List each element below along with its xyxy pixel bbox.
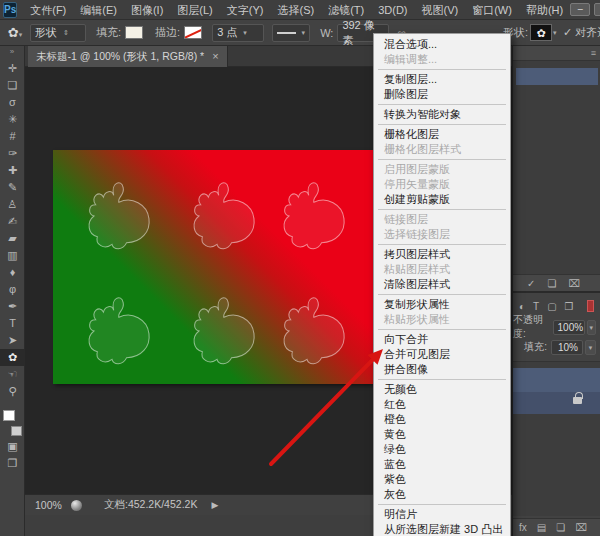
layer-filter-icon[interactable]: ❒	[565, 301, 574, 312]
fill-swatch[interactable]	[125, 26, 143, 39]
tool-button[interactable]: ▣	[0, 438, 25, 455]
context-menu-item[interactable]: 链接图层	[374, 212, 510, 227]
context-menu-item[interactable]	[378, 379, 506, 380]
context-menu-item[interactable]: 删除图层	[374, 87, 510, 102]
panel-button-icon[interactable]: ⌧	[568, 278, 580, 289]
menubar-item[interactable]: 选择(S)	[270, 0, 321, 20]
tool-preset-icon[interactable]: ✿▾	[0, 25, 30, 40]
tool-button[interactable]: ✎	[0, 179, 25, 196]
context-menu-item[interactable]: 黄色	[374, 427, 510, 442]
background-layer-row[interactable]	[513, 392, 600, 414]
canvas-image[interactable]	[53, 150, 385, 384]
menubar-item[interactable]: 文字(Y)	[220, 0, 271, 20]
tool-button[interactable]: ☜	[0, 366, 25, 383]
menubar-item[interactable]: 编辑(E)	[73, 0, 124, 20]
opacity-caret-icon[interactable]: ▼	[587, 320, 596, 335]
opacity-field[interactable]: 100%	[553, 320, 585, 335]
selected-layer-row[interactable]	[513, 368, 600, 392]
background-color-swatch[interactable]	[11, 426, 22, 436]
layers-panel-button-icon[interactable]: fx	[519, 522, 527, 533]
menubar-item[interactable]: 图层(L)	[170, 0, 219, 20]
context-menu-item[interactable]: 停用矢量蒙版	[374, 177, 510, 192]
context-menu-item[interactable]: 紫色	[374, 472, 510, 487]
context-menu-item[interactable]: 向下合并	[374, 332, 510, 347]
tab-close-icon[interactable]: ×	[212, 46, 218, 67]
context-menu-item[interactable]: 蓝色	[374, 457, 510, 472]
tool-mode-select[interactable]: 形状 ⇕	[30, 24, 86, 42]
context-menu-item[interactable]: 栅格化图层样式	[374, 142, 510, 157]
tool-button[interactable]: ✛	[0, 60, 25, 77]
layers-panel-button-icon[interactable]: ▤	[537, 522, 546, 533]
context-menu-item[interactable]	[378, 294, 506, 295]
tool-button[interactable]: #	[0, 128, 25, 145]
context-menu-item[interactable]: 从所选图层新建 3D 凸出	[374, 522, 510, 536]
context-menu-item[interactable]: 拼合图像	[374, 362, 510, 377]
tool-button[interactable]: σ	[0, 94, 25, 111]
panel-button-icon[interactable]: ✓	[527, 278, 535, 289]
tool-button[interactable]: ✒	[0, 298, 25, 315]
context-menu-item[interactable]	[378, 504, 506, 505]
context-menu-item[interactable]: 编辑调整...	[374, 52, 510, 67]
stroke-width-field[interactable]: 3 点 ▾	[212, 24, 264, 42]
context-menu-item[interactable]: 启用图层蒙版	[374, 162, 510, 177]
context-menu-item[interactable]: 合并可见图层	[374, 347, 510, 362]
context-menu-item[interactable]	[378, 159, 506, 160]
tool-button[interactable]: ✚	[0, 162, 25, 179]
stroke-style-select[interactable]: ▾	[272, 24, 310, 42]
menubar-item[interactable]: 帮助(H)	[519, 0, 570, 20]
panel-menu-icon[interactable]: ≡	[591, 48, 596, 58]
layer-fill-field[interactable]: 10%	[551, 340, 583, 355]
tool-button[interactable]: ➤	[0, 332, 25, 349]
tool-button[interactable]: ✍	[0, 213, 25, 230]
shape-picker-thumbnail[interactable]: ✿	[530, 24, 552, 41]
selected-item-row[interactable]	[516, 68, 598, 85]
tool-button[interactable]: ♙	[0, 196, 25, 213]
tool-button[interactable]: ✑	[0, 145, 25, 162]
fill-caret-icon[interactable]: ▼	[585, 340, 596, 355]
context-menu-item[interactable]: 清除图层样式	[374, 277, 510, 292]
context-menu-item[interactable]	[378, 124, 506, 125]
tool-button[interactable]: ✳	[0, 111, 25, 128]
tool-button[interactable]: T	[0, 315, 25, 332]
tool-button[interactable]: ✿	[0, 349, 25, 366]
context-menu-item[interactable]: 创建剪贴蒙版	[374, 192, 510, 207]
layer-filter-icon[interactable]: T	[533, 301, 539, 312]
context-menu-item[interactable]: 栅格化图层	[374, 127, 510, 142]
layer-filter-icon[interactable]: ▢	[547, 301, 556, 312]
context-menu-item[interactable]: 粘贴形状属性	[374, 312, 510, 327]
menubar-item[interactable]: 视图(V)	[415, 0, 466, 20]
context-menu-item[interactable]: 粘贴图层样式	[374, 262, 510, 277]
foreground-color-swatch[interactable]	[3, 410, 15, 421]
layer-filter-toggle[interactable]	[587, 300, 594, 312]
layers-panel-button-icon[interactable]: ⌧	[575, 522, 587, 533]
stroke-swatch[interactable]	[184, 26, 202, 39]
menubar-item[interactable]: 窗口(W)	[465, 0, 519, 20]
layer-filter-icon[interactable]: ◐	[519, 301, 525, 312]
context-menu-item[interactable]: 橙色	[374, 412, 510, 427]
context-menu-item[interactable]: 选择链接图层	[374, 227, 510, 242]
menubar-item[interactable]: 图像(I)	[124, 0, 170, 20]
panel-button-icon[interactable]: ❏	[547, 278, 556, 289]
menubar-item[interactable]: 文件(F)	[23, 0, 73, 20]
context-menu-item[interactable]: 绿色	[374, 442, 510, 457]
context-menu-item[interactable]	[378, 104, 506, 105]
tool-button[interactable]: ▰	[0, 230, 25, 247]
context-menu-item[interactable]: 红色	[374, 397, 510, 412]
context-menu-item[interactable]: 转换为智能对象	[374, 107, 510, 122]
context-menu-item[interactable]: 明信片	[374, 507, 510, 522]
context-menu-item[interactable]: 无颜色	[374, 382, 510, 397]
tool-button[interactable]: ❐	[0, 455, 25, 472]
align-edges-checkbox[interactable]: ✓ 对齐边缘	[563, 25, 600, 40]
context-menu-item[interactable]: 复制形状属性	[374, 297, 510, 312]
tool-button[interactable]: ⚲	[0, 383, 25, 400]
context-menu-item[interactable]	[378, 69, 506, 70]
tool-button[interactable]: φ	[0, 281, 25, 298]
context-menu-item[interactable]: 混合选项...	[374, 37, 510, 52]
tool-button[interactable]: ♦	[0, 264, 25, 281]
status-flyout-icon[interactable]: ▶	[211, 500, 218, 510]
layers-panel-button-icon[interactable]: ❏	[556, 522, 565, 533]
tool-button[interactable]: ❏	[0, 77, 25, 94]
context-menu-item[interactable]: 拷贝图层样式	[374, 247, 510, 262]
context-menu-item[interactable]	[378, 329, 506, 330]
context-menu-item[interactable]: 复制图层...	[374, 72, 510, 87]
